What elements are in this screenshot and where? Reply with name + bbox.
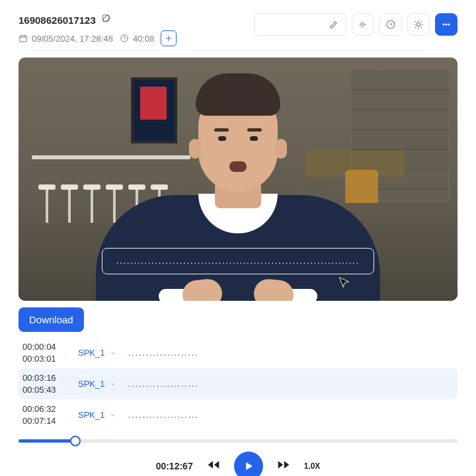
caption-placeholder: ........................................… (116, 257, 360, 266)
caption-input[interactable]: ........................................… (102, 248, 374, 274)
duration-text: 40:08 (133, 34, 155, 44)
segment-text: .................... (128, 348, 199, 358)
sun-icon (413, 19, 424, 30)
chevron-down-icon (110, 411, 116, 420)
player-controls: 00:12:67 1.0X (19, 452, 457, 476)
play-icon (243, 460, 255, 472)
download-button[interactable]: Download (19, 307, 84, 332)
segment-text: .................... (128, 379, 199, 389)
ellipsis-icon (441, 19, 452, 30)
start-time: 00:06:32 (22, 403, 66, 415)
forward-button[interactable] (276, 458, 291, 474)
forward-icon (276, 458, 291, 471)
speaker-select[interactable]: SPK_1 (78, 379, 116, 389)
speaker-select[interactable]: SPK_1 (78, 410, 116, 420)
play-button[interactable] (234, 452, 263, 476)
playback-rate[interactable]: 1.0X (304, 461, 321, 471)
transcript-list: 00:00:0400:03:01SPK_1...................… (19, 337, 457, 430)
current-time: 00:12:67 (156, 461, 193, 471)
rewind-button[interactable] (206, 458, 221, 474)
more-button[interactable] (435, 13, 457, 36)
add-button[interactable] (161, 30, 177, 46)
chevron-down-icon (110, 348, 116, 358)
start-time: 00:00:04 (22, 341, 66, 353)
history-button[interactable] (379, 13, 402, 36)
recording-date: 09/05/2024, 17:28:48 (19, 34, 113, 44)
transcript-row[interactable]: 00:06:3200:07:14SPK_1...................… (19, 399, 457, 430)
theme-button[interactable] (407, 13, 430, 36)
chevron-down-icon (110, 379, 116, 389)
start-time: 00:03:16 (22, 372, 66, 384)
end-time: 00:03:01 (22, 353, 66, 365)
video-player[interactable]: ........................................… (19, 58, 457, 301)
end-time: 00:05:43 (22, 384, 66, 396)
speaker-label: SPK_1 (78, 410, 104, 420)
svg-rect-1 (20, 36, 27, 42)
svg-point-5 (443, 24, 444, 25)
progress-bar[interactable] (19, 434, 457, 448)
calendar-icon (19, 34, 28, 43)
rewind-icon (206, 458, 221, 471)
recording-duration: 40:08 (120, 34, 155, 44)
edit-title-icon[interactable] (101, 13, 112, 26)
svg-point-7 (448, 24, 450, 25)
header: 16908626017123 09/05/2024, 17:28:48 40:0… (19, 13, 457, 51)
date-text: 09/05/2024, 17:28:48 (32, 34, 113, 44)
svg-point-6 (446, 24, 447, 25)
speaker-label: SPK_1 (78, 348, 104, 358)
clock-icon (385, 19, 396, 30)
audio-icon (358, 19, 368, 30)
search-input[interactable] (254, 13, 346, 36)
audio-button[interactable] (352, 13, 374, 36)
pencil-icon (329, 19, 339, 30)
cursor-icon (337, 276, 352, 293)
transcript-row[interactable]: 00:03:1600:05:43SPK_1...................… (19, 368, 457, 399)
progress-thumb[interactable] (70, 436, 81, 446)
speaker-label: SPK_1 (78, 379, 104, 389)
segment-times: 00:03:1600:05:43 (22, 372, 66, 395)
segment-times: 00:06:3200:07:14 (22, 403, 66, 426)
end-time: 00:07:14 (22, 415, 66, 427)
recording-title: 16908626017123 (19, 15, 96, 26)
segment-text: .................... (128, 411, 199, 420)
progress-fill (19, 440, 75, 443)
segment-times: 00:00:0400:03:01 (22, 341, 66, 364)
speaker-select[interactable]: SPK_1 (78, 348, 116, 358)
svg-point-4 (416, 22, 420, 26)
transcript-row[interactable]: 00:00:0400:03:01SPK_1...................… (19, 337, 457, 368)
download-label: Download (29, 314, 73, 325)
clock-icon (120, 34, 129, 43)
